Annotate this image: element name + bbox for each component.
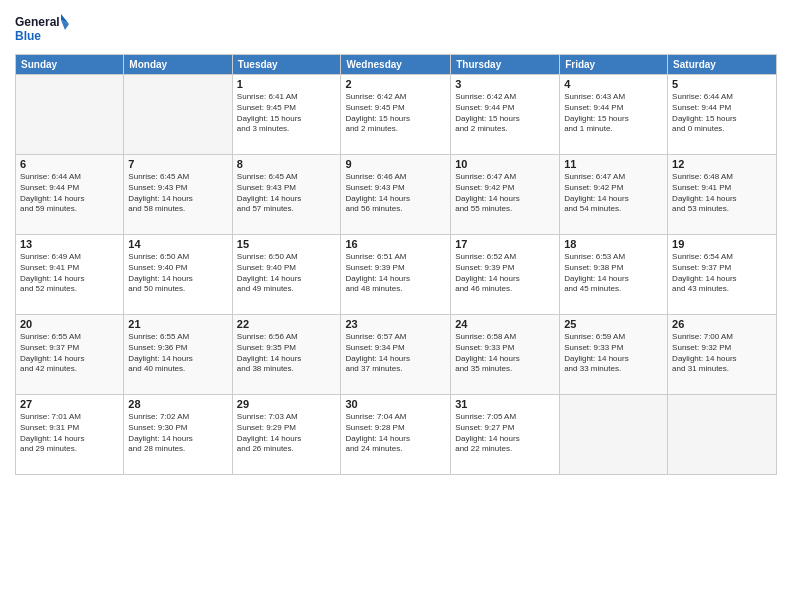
day-info: Sunrise: 7:05 AMSunset: 9:27 PMDaylight:… [455, 412, 555, 455]
day-info: Sunrise: 6:43 AMSunset: 9:44 PMDaylight:… [564, 92, 663, 135]
day-cell: 6Sunrise: 6:44 AMSunset: 9:44 PMDaylight… [16, 155, 124, 235]
day-cell: 4Sunrise: 6:43 AMSunset: 9:44 PMDaylight… [560, 75, 668, 155]
day-number: 29 [237, 398, 337, 410]
week-row-1: 1Sunrise: 6:41 AMSunset: 9:45 PMDaylight… [16, 75, 777, 155]
day-info: Sunrise: 6:51 AMSunset: 9:39 PMDaylight:… [345, 252, 446, 295]
svg-text:Blue: Blue [15, 29, 41, 43]
day-cell [124, 75, 232, 155]
day-number: 15 [237, 238, 337, 250]
day-cell: 30Sunrise: 7:04 AMSunset: 9:28 PMDayligh… [341, 395, 451, 475]
day-number: 28 [128, 398, 227, 410]
day-cell [16, 75, 124, 155]
day-cell: 21Sunrise: 6:55 AMSunset: 9:36 PMDayligh… [124, 315, 232, 395]
day-cell [560, 395, 668, 475]
day-info: Sunrise: 6:47 AMSunset: 9:42 PMDaylight:… [564, 172, 663, 215]
logo-svg: General Blue [15, 10, 70, 48]
day-number: 14 [128, 238, 227, 250]
day-number: 3 [455, 78, 555, 90]
day-cell: 2Sunrise: 6:42 AMSunset: 9:45 PMDaylight… [341, 75, 451, 155]
day-info: Sunrise: 6:55 AMSunset: 9:36 PMDaylight:… [128, 332, 227, 375]
day-info: Sunrise: 6:50 AMSunset: 9:40 PMDaylight:… [128, 252, 227, 295]
day-cell: 29Sunrise: 7:03 AMSunset: 9:29 PMDayligh… [232, 395, 341, 475]
day-info: Sunrise: 6:48 AMSunset: 9:41 PMDaylight:… [672, 172, 772, 215]
day-number: 13 [20, 238, 119, 250]
col-header-thursday: Thursday [451, 55, 560, 75]
day-info: Sunrise: 6:53 AMSunset: 9:38 PMDaylight:… [564, 252, 663, 295]
day-info: Sunrise: 7:03 AMSunset: 9:29 PMDaylight:… [237, 412, 337, 455]
day-number: 23 [345, 318, 446, 330]
day-info: Sunrise: 6:54 AMSunset: 9:37 PMDaylight:… [672, 252, 772, 295]
day-cell: 10Sunrise: 6:47 AMSunset: 9:42 PMDayligh… [451, 155, 560, 235]
day-number: 26 [672, 318, 772, 330]
day-info: Sunrise: 7:02 AMSunset: 9:30 PMDaylight:… [128, 412, 227, 455]
col-header-saturday: Saturday [668, 55, 777, 75]
day-info: Sunrise: 7:00 AMSunset: 9:32 PMDaylight:… [672, 332, 772, 375]
day-info: Sunrise: 6:45 AMSunset: 9:43 PMDaylight:… [237, 172, 337, 215]
svg-text:General: General [15, 15, 60, 29]
day-cell: 12Sunrise: 6:48 AMSunset: 9:41 PMDayligh… [668, 155, 777, 235]
day-number: 10 [455, 158, 555, 170]
day-cell [668, 395, 777, 475]
day-number: 20 [20, 318, 119, 330]
day-info: Sunrise: 6:45 AMSunset: 9:43 PMDaylight:… [128, 172, 227, 215]
day-number: 21 [128, 318, 227, 330]
calendar-page: General Blue SundayMondayTuesdayWednesda… [0, 0, 792, 612]
day-number: 18 [564, 238, 663, 250]
day-cell: 26Sunrise: 7:00 AMSunset: 9:32 PMDayligh… [668, 315, 777, 395]
col-header-monday: Monday [124, 55, 232, 75]
week-row-2: 6Sunrise: 6:44 AMSunset: 9:44 PMDaylight… [16, 155, 777, 235]
day-cell: 22Sunrise: 6:56 AMSunset: 9:35 PMDayligh… [232, 315, 341, 395]
day-info: Sunrise: 6:42 AMSunset: 9:44 PMDaylight:… [455, 92, 555, 135]
day-cell: 31Sunrise: 7:05 AMSunset: 9:27 PMDayligh… [451, 395, 560, 475]
header-row: SundayMondayTuesdayWednesdayThursdayFrid… [16, 55, 777, 75]
logo: General Blue [15, 10, 70, 48]
day-number: 17 [455, 238, 555, 250]
day-cell: 8Sunrise: 6:45 AMSunset: 9:43 PMDaylight… [232, 155, 341, 235]
day-cell: 20Sunrise: 6:55 AMSunset: 9:37 PMDayligh… [16, 315, 124, 395]
day-cell: 7Sunrise: 6:45 AMSunset: 9:43 PMDaylight… [124, 155, 232, 235]
day-number: 22 [237, 318, 337, 330]
day-number: 4 [564, 78, 663, 90]
day-info: Sunrise: 6:41 AMSunset: 9:45 PMDaylight:… [237, 92, 337, 135]
day-cell: 24Sunrise: 6:58 AMSunset: 9:33 PMDayligh… [451, 315, 560, 395]
col-header-friday: Friday [560, 55, 668, 75]
day-info: Sunrise: 6:44 AMSunset: 9:44 PMDaylight:… [672, 92, 772, 135]
day-number: 31 [455, 398, 555, 410]
day-number: 19 [672, 238, 772, 250]
day-number: 8 [237, 158, 337, 170]
day-cell: 18Sunrise: 6:53 AMSunset: 9:38 PMDayligh… [560, 235, 668, 315]
day-info: Sunrise: 6:57 AMSunset: 9:34 PMDaylight:… [345, 332, 446, 375]
day-info: Sunrise: 6:58 AMSunset: 9:33 PMDaylight:… [455, 332, 555, 375]
day-cell: 9Sunrise: 6:46 AMSunset: 9:43 PMDaylight… [341, 155, 451, 235]
col-header-wednesday: Wednesday [341, 55, 451, 75]
col-header-sunday: Sunday [16, 55, 124, 75]
day-cell: 25Sunrise: 6:59 AMSunset: 9:33 PMDayligh… [560, 315, 668, 395]
day-cell: 14Sunrise: 6:50 AMSunset: 9:40 PMDayligh… [124, 235, 232, 315]
day-info: Sunrise: 6:42 AMSunset: 9:45 PMDaylight:… [345, 92, 446, 135]
header: General Blue [15, 10, 777, 48]
day-number: 7 [128, 158, 227, 170]
day-info: Sunrise: 6:52 AMSunset: 9:39 PMDaylight:… [455, 252, 555, 295]
day-number: 5 [672, 78, 772, 90]
day-number: 6 [20, 158, 119, 170]
day-info: Sunrise: 6:56 AMSunset: 9:35 PMDaylight:… [237, 332, 337, 375]
day-number: 2 [345, 78, 446, 90]
day-info: Sunrise: 7:01 AMSunset: 9:31 PMDaylight:… [20, 412, 119, 455]
day-info: Sunrise: 6:49 AMSunset: 9:41 PMDaylight:… [20, 252, 119, 295]
day-number: 1 [237, 78, 337, 90]
day-info: Sunrise: 6:46 AMSunset: 9:43 PMDaylight:… [345, 172, 446, 215]
day-cell: 5Sunrise: 6:44 AMSunset: 9:44 PMDaylight… [668, 75, 777, 155]
day-number: 30 [345, 398, 446, 410]
day-info: Sunrise: 6:59 AMSunset: 9:33 PMDaylight:… [564, 332, 663, 375]
day-number: 25 [564, 318, 663, 330]
day-cell: 27Sunrise: 7:01 AMSunset: 9:31 PMDayligh… [16, 395, 124, 475]
day-number: 16 [345, 238, 446, 250]
day-number: 9 [345, 158, 446, 170]
day-cell: 16Sunrise: 6:51 AMSunset: 9:39 PMDayligh… [341, 235, 451, 315]
day-cell: 11Sunrise: 6:47 AMSunset: 9:42 PMDayligh… [560, 155, 668, 235]
day-number: 24 [455, 318, 555, 330]
day-cell: 19Sunrise: 6:54 AMSunset: 9:37 PMDayligh… [668, 235, 777, 315]
day-cell: 13Sunrise: 6:49 AMSunset: 9:41 PMDayligh… [16, 235, 124, 315]
day-info: Sunrise: 6:55 AMSunset: 9:37 PMDaylight:… [20, 332, 119, 375]
day-info: Sunrise: 6:47 AMSunset: 9:42 PMDaylight:… [455, 172, 555, 215]
